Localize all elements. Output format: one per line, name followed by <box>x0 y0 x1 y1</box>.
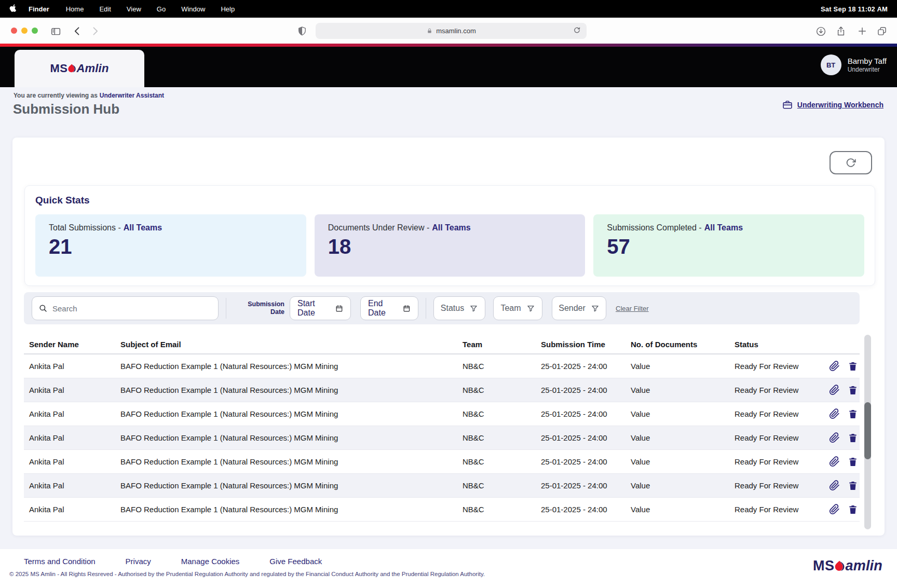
cell-sender-name: Ankita Pal <box>24 433 120 442</box>
refresh-button[interactable] <box>830 151 872 174</box>
table-row[interactable]: Ankita Pal BAFO Reduction Example 1 (Nat… <box>24 450 860 474</box>
stat-value: 21 <box>49 235 293 258</box>
col-sender-name: Sender Name <box>24 340 120 349</box>
attachment-icon[interactable] <box>828 385 840 396</box>
scrollbar-thumb[interactable] <box>864 402 871 459</box>
page-title: Submission Hub <box>13 101 119 117</box>
footer-link-terms[interactable]: Terms and Condition <box>24 557 96 566</box>
menubar-clock[interactable]: Sat Sep 18 11:02 AM <box>821 5 888 13</box>
cell-team: NB&C <box>463 433 541 442</box>
apple-logo-icon[interactable] <box>9 4 17 13</box>
share-icon[interactable] <box>835 25 847 37</box>
attachment-icon[interactable] <box>828 432 840 444</box>
window-controls <box>11 28 38 34</box>
new-tab-icon[interactable] <box>857 25 868 37</box>
address-bar[interactable]: msamlin.com <box>316 23 587 39</box>
start-date-button[interactable]: Start Date <box>290 296 351 320</box>
cell-actions <box>825 456 860 468</box>
col-no-of-documents: No. of Documents <box>631 340 735 349</box>
submissions-table: Sender Name Subject of Email Team Submis… <box>24 335 860 522</box>
sidebar-toggle-icon[interactable] <box>50 25 61 37</box>
sender-filter-dropdown[interactable]: Sender <box>552 296 606 320</box>
menubar-item-home[interactable]: Home <box>66 5 84 13</box>
search-box[interactable] <box>32 296 219 320</box>
attachment-icon[interactable] <box>828 456 840 468</box>
cell-subject: BAFO Reduction Example 1 (Natural Resour… <box>120 433 463 442</box>
cell-submission-time: 25-01-2025 - 24:00 <box>541 409 631 418</box>
table-row[interactable]: Ankita Pal BAFO Reduction Example 1 (Nat… <box>24 474 860 498</box>
cell-sender-name: Ankita Pal <box>24 386 120 394</box>
stat-team: All Teams <box>704 223 743 232</box>
downloads-icon[interactable] <box>815 25 826 37</box>
browser-toolbar: msamlin.com <box>0 18 897 44</box>
msamlin-logo-tab[interactable]: MS Amlin <box>15 50 144 87</box>
close-window-button[interactable] <box>11 28 17 34</box>
delete-icon[interactable] <box>847 504 859 515</box>
table-row[interactable]: Ankita Pal BAFO Reduction Example 1 (Nat… <box>24 354 860 378</box>
cell-submission-time: 25-01-2025 - 24:00 <box>541 457 631 466</box>
end-date-button[interactable]: End Date <box>360 296 418 320</box>
back-button-icon[interactable] <box>72 25 83 37</box>
delete-icon[interactable] <box>847 456 859 468</box>
cell-submission-time: 25-01-2025 - 24:00 <box>541 481 631 490</box>
zoom-window-button[interactable] <box>32 28 38 34</box>
delete-icon[interactable] <box>847 432 859 444</box>
funnel-icon <box>591 304 600 313</box>
user-name: Barnby Taff <box>848 56 887 66</box>
stat-team: All Teams <box>124 223 162 232</box>
forward-button-icon[interactable] <box>89 25 101 37</box>
stat-value: 57 <box>607 235 851 258</box>
underwriting-workbench-link[interactable]: Underwriting Workbench <box>782 100 884 110</box>
msamlin-logo: MS Amlin <box>50 62 108 75</box>
cell-sender-name: Ankita Pal <box>24 481 120 490</box>
cell-sender-name: Ankita Pal <box>24 505 120 514</box>
cell-subject: BAFO Reduction Example 1 (Natural Resour… <box>120 409 463 418</box>
status-filter-dropdown[interactable]: Status <box>433 296 485 320</box>
calendar-icon <box>403 304 411 313</box>
delete-icon[interactable] <box>847 480 859 491</box>
cell-actions <box>825 408 860 420</box>
menubar-item-view[interactable]: View <box>127 5 141 13</box>
table-row[interactable]: Ankita Pal BAFO Reduction Example 1 (Nat… <box>24 402 860 426</box>
table-scrollbar[interactable] <box>864 335 871 529</box>
search-input[interactable] <box>52 304 212 313</box>
flame-icon <box>834 560 845 572</box>
privacy-shield-icon[interactable] <box>296 25 308 37</box>
footer-link-cookies[interactable]: Manage Cookies <box>181 557 240 566</box>
minimize-window-button[interactable] <box>21 28 28 34</box>
cell-status: Ready For Review <box>735 505 825 514</box>
tab-overview-icon[interactable] <box>876 25 888 37</box>
reload-icon[interactable] <box>573 26 581 35</box>
attachment-icon[interactable] <box>828 480 840 491</box>
table-row[interactable]: Ankita Pal BAFO Reduction Example 1 (Nat… <box>24 378 860 402</box>
cell-team: NB&C <box>463 481 541 490</box>
delete-icon[interactable] <box>847 385 859 396</box>
table-row[interactable]: Ankita Pal BAFO Reduction Example 1 (Nat… <box>24 498 860 522</box>
delete-icon[interactable] <box>847 408 859 420</box>
user-chip[interactable]: BT Barnby Taff Underwriter <box>821 54 887 75</box>
logo-ms-text: MS <box>50 62 67 75</box>
clear-filter-link[interactable]: Clear Filter <box>616 305 649 312</box>
avatar[interactable]: BT <box>821 54 841 75</box>
delete-icon[interactable] <box>847 361 859 372</box>
attachment-icon[interactable] <box>828 361 840 372</box>
stat-label: Total Submissions - <box>49 223 121 232</box>
footer-link-feedback[interactable]: Give Feedback <box>269 557 322 566</box>
table-row[interactable]: Ankita Pal BAFO Reduction Example 1 (Nat… <box>24 426 860 450</box>
menubar-item-go[interactable]: Go <box>157 5 166 13</box>
cell-sender-name: Ankita Pal <box>24 362 120 371</box>
attachment-icon[interactable] <box>828 408 840 420</box>
col-status: Status <box>735 340 825 349</box>
stat-card-documents-under-review: Documents Under Review -All Teams 18 <box>315 214 586 277</box>
cell-subject: BAFO Reduction Example 1 (Natural Resour… <box>120 505 463 514</box>
team-filter-dropdown[interactable]: Team <box>493 296 542 320</box>
menubar-item-help[interactable]: Help <box>221 5 235 13</box>
menubar-item-edit[interactable]: Edit <box>99 5 111 13</box>
briefcase-icon <box>782 100 793 110</box>
divider <box>226 298 226 319</box>
attachment-icon[interactable] <box>828 504 840 515</box>
menubar-app-name[interactable]: Finder <box>29 5 49 13</box>
menubar-item-window[interactable]: Window <box>181 5 205 13</box>
footer-link-privacy[interactable]: Privacy <box>126 557 151 566</box>
cell-subject: BAFO Reduction Example 1 (Natural Resour… <box>120 457 463 466</box>
